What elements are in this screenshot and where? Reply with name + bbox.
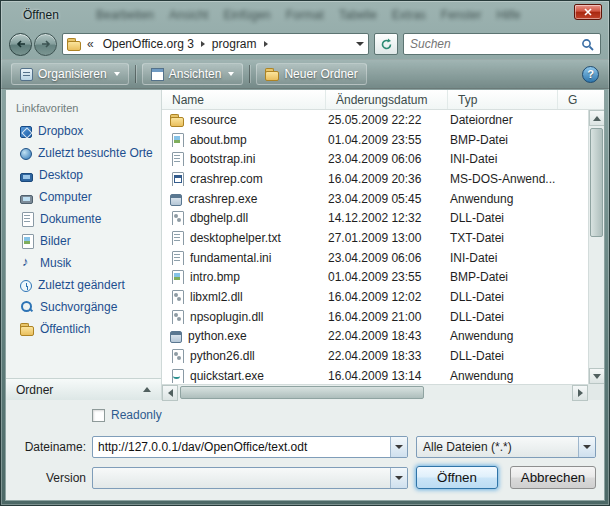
vertical-scroll-thumb[interactable]	[590, 128, 603, 237]
filename-combobox[interactable]	[92, 436, 408, 458]
vertical-scroll-track[interactable]	[589, 126, 604, 368]
help-button[interactable]: ?	[582, 66, 599, 83]
column-header-size[interactable]: G	[558, 90, 604, 109]
sidebar-item-desktop[interactable]: Desktop	[6, 164, 161, 186]
sidebar-item-music[interactable]: Musik	[6, 252, 161, 274]
sidebar-item-pictures[interactable]: Bilder	[6, 230, 161, 252]
file-type: Anwendung	[448, 329, 558, 343]
file-row[interactable]: python26.dll 22.04.2009 18:33 DLL-Datei	[162, 346, 588, 366]
file-row[interactable]: fundamental.ini 23.04.2009 06:06 INI-Dat…	[162, 248, 588, 268]
file-type: TXT-Datei	[448, 231, 558, 245]
file-icon	[170, 133, 184, 147]
address-history-dropdown-icon[interactable]	[356, 42, 364, 46]
bg-menu-item: Einfügen	[223, 8, 270, 22]
new-folder-button[interactable]: Neuer Ordner	[256, 63, 366, 85]
readonly-checkbox[interactable]	[92, 409, 105, 422]
file-date: 14.12.2002 12:32	[326, 211, 448, 225]
chevron-down-icon	[228, 72, 234, 76]
triangle-left-icon	[168, 389, 173, 397]
scroll-up-button[interactable]	[589, 110, 605, 126]
file-row[interactable]: crashrep.com 16.04.2009 20:36 MS-DOS-Anw…	[162, 169, 588, 189]
sidebar-item-label: Desktop	[39, 168, 83, 182]
titlebar[interactable]: Öffnen Bearbeiten Ansicht Einfügen Forma…	[1, 1, 609, 29]
file-row[interactable]: npsoplugin.dll 16.04.2009 21:00 DLL-Date…	[162, 307, 588, 327]
sidebar-item-public[interactable]: Öffentlich	[6, 318, 161, 340]
forward-button[interactable]	[34, 33, 57, 56]
bg-menu-item: Tabelle	[339, 8, 377, 22]
sidebar-item-dropbox[interactable]: Dropbox	[6, 120, 161, 142]
back-button[interactable]	[9, 33, 32, 56]
sidebar-item-label: Computer	[39, 190, 92, 204]
folders-expander[interactable]: Ordner	[6, 378, 161, 400]
filename-dropdown-button[interactable]	[390, 437, 407, 457]
file-icon	[170, 369, 184, 383]
bg-menu-item: Extras	[392, 8, 426, 22]
cancel-button[interactable]: Abbrechen	[510, 466, 596, 489]
triangle-down-icon	[593, 374, 601, 379]
forward-icon	[40, 38, 52, 50]
search-box[interactable]	[403, 33, 601, 55]
sidebar-item-searches[interactable]: Suchvorgänge	[6, 296, 161, 318]
column-header-name[interactable]: Name	[162, 90, 326, 109]
scroll-right-button[interactable]	[572, 385, 588, 401]
file-icon	[170, 290, 184, 304]
new-folder-icon	[265, 67, 279, 81]
file-icon	[170, 270, 184, 284]
column-header-date[interactable]: Änderungsdatum	[326, 90, 448, 109]
file-name: python26.dll	[190, 349, 255, 363]
file-row[interactable]: crashrep.exe 23.04.2009 05:45 Anwendung	[162, 189, 588, 209]
sidebar-item-label: Dropbox	[38, 124, 83, 138]
new-folder-label: Neuer Ordner	[284, 67, 357, 81]
pictures-icon	[20, 234, 34, 248]
file-row[interactable]: python.exe 22.04.2009 18:43 Anwendung	[162, 327, 588, 347]
file-name: dbghelp.dll	[190, 211, 248, 225]
breadcrumb-overflow-chevron[interactable]: «	[85, 37, 96, 51]
list-header: Name Änderungsdatum Typ G	[162, 90, 604, 110]
file-row[interactable]: intro.bmp 01.04.2009 23:55 BMP-Datei	[162, 268, 588, 288]
search-icon	[581, 38, 594, 51]
sidebar-item-documents[interactable]: Dokumente	[6, 208, 161, 230]
close-button[interactable]	[574, 4, 602, 20]
navigation-bar: « OpenOffice.org 3 program	[1, 29, 609, 59]
address-bar[interactable]: « OpenOffice.org 3 program	[62, 33, 369, 55]
file-row[interactable]: quickstart.exe 16.04.2009 13:14 Anwendun…	[162, 366, 588, 384]
horizontal-scrollbar[interactable]	[162, 384, 588, 400]
refresh-button[interactable]	[374, 33, 398, 55]
version-dropdown-button[interactable]	[390, 468, 407, 488]
organize-button[interactable]: Organisieren	[11, 63, 129, 85]
vertical-scrollbar[interactable]	[588, 110, 604, 384]
file-row[interactable]: bootstrap.ini 23.04.2009 06:06 INI-Datei	[162, 149, 588, 169]
file-icon	[170, 331, 182, 343]
column-header-type[interactable]: Typ	[448, 90, 558, 109]
version-select[interactable]	[92, 467, 408, 489]
toolbar-separator	[135, 65, 136, 83]
sidebar-item-label: Dokumente	[40, 212, 101, 226]
file-row[interactable]: libxml2.dll 16.04.2009 12:02 DLL-Datei	[162, 287, 588, 307]
views-button[interactable]: Ansichten	[142, 63, 244, 85]
sidebar-item-computer[interactable]: Computer	[6, 186, 161, 208]
file-row[interactable]: about.bmp 01.04.2009 23:55 BMP-Datei	[162, 130, 588, 150]
horizontal-scroll-track[interactable]	[178, 385, 572, 400]
scroll-left-button[interactable]	[162, 385, 178, 401]
sidebar-item-recent-places[interactable]: Zuletzt besuchte Orte	[6, 142, 161, 164]
triangle-up-icon	[593, 116, 601, 121]
sidebar-item-recently-changed[interactable]: Zuletzt geändert	[6, 274, 161, 296]
scroll-down-button[interactable]	[589, 368, 605, 384]
breadcrumb-item-openoffice[interactable]: OpenOffice.org 3	[100, 36, 197, 52]
horizontal-scroll-thumb[interactable]	[180, 386, 424, 399]
command-toolbar: Organisieren Ansichten Neuer Ordner ?	[1, 59, 609, 89]
file-row[interactable]: desktophelper.txt 27.01.2009 13:00 TXT-D…	[162, 228, 588, 248]
views-icon	[151, 68, 164, 81]
open-button[interactable]: Öffnen	[416, 466, 498, 489]
search-input[interactable]	[410, 37, 581, 51]
filetype-dropdown-button[interactable]	[578, 437, 595, 457]
readonly-label[interactable]: Readonly	[111, 408, 162, 422]
file-row[interactable]: resource 25.05.2009 22:22 Dateiordner	[162, 110, 588, 130]
chevron-up-icon	[143, 387, 151, 392]
file-row[interactable]: dbghelp.dll 14.12.2002 12:32 DLL-Datei	[162, 208, 588, 228]
views-label: Ansichten	[169, 67, 222, 81]
file-icon	[170, 172, 184, 186]
breadcrumb-item-program[interactable]: program	[209, 36, 260, 52]
filetype-select[interactable]: Alle Dateien (*.*)	[416, 436, 596, 458]
filename-input[interactable]	[93, 437, 390, 457]
